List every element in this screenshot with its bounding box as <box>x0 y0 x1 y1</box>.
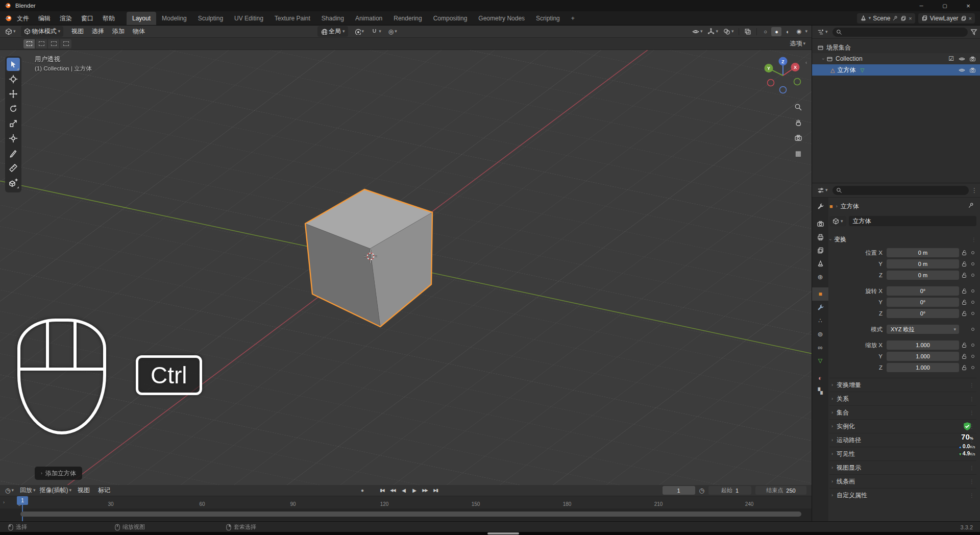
tool-scale[interactable] <box>7 117 20 130</box>
sidebar-collapse-arrow[interactable]: › <box>802 56 810 68</box>
tab-scene[interactable] <box>812 257 828 270</box>
tool-measure[interactable] <box>7 161 20 175</box>
auto-keying-button[interactable]: ● <box>357 486 367 495</box>
animate-dot[interactable] <box>969 251 976 254</box>
pan-tool-button[interactable] <box>792 116 804 129</box>
animate-dot[interactable] <box>969 344 976 347</box>
editor-type-button[interactable]: ▾ <box>3 28 18 35</box>
select-mode-subtract-button[interactable] <box>48 39 59 48</box>
workspace-tab-uv-editing[interactable]: UV Editing <box>229 12 269 25</box>
play-reverse-button[interactable]: ◀ <box>399 486 408 495</box>
tab-texture[interactable]: ▚ <box>812 384 828 398</box>
animate-dot[interactable] <box>969 289 976 293</box>
gizmo-x-neg-axis[interactable] <box>768 80 774 86</box>
transform-orientation-selector[interactable]: 全局 ▾ <box>317 26 348 37</box>
zoom-tool-button[interactable] <box>792 101 804 113</box>
tab-output[interactable] <box>812 230 828 244</box>
viewport-menu-add[interactable]: 添加 <box>108 27 129 36</box>
camera-view-button[interactable] <box>792 132 804 144</box>
workspace-tab-shading[interactable]: Shading <box>316 12 350 25</box>
select-mode-intersect-button[interactable] <box>60 39 71 48</box>
workspace-tab-texture-paint[interactable]: Texture Paint <box>269 12 316 25</box>
timeline-editor-type-button[interactable]: ◷ ▾ <box>3 487 16 494</box>
exclude-checkbox[interactable]: ☑ <box>948 55 954 62</box>
tool-rotate[interactable] <box>7 102 20 115</box>
menu-edit[interactable]: 编辑 <box>34 11 55 26</box>
tool-select-box[interactable] <box>7 58 20 71</box>
tab-material[interactable]: ◐ <box>812 371 828 384</box>
properties-filter-icon[interactable]: ⋮ <box>971 187 977 194</box>
lock-icon[interactable] <box>959 250 969 256</box>
playback-menu[interactable]: 回放 ▾ <box>18 486 38 495</box>
menu-window[interactable]: 窗口 <box>77 11 98 26</box>
section-relations[interactable]: ›关系⋮ <box>829 392 976 405</box>
pivot-point-button[interactable]: ▾ <box>352 28 366 35</box>
animate-dot[interactable] <box>969 355 976 358</box>
tab-object-data[interactable]: ▽ <box>812 354 828 367</box>
select-mode-extend-button[interactable] <box>36 39 47 48</box>
animate-dot[interactable] <box>969 262 976 265</box>
object-name-field[interactable]: 立方体 <box>849 216 976 226</box>
lock-icon[interactable] <box>959 299 969 305</box>
gizmos-button[interactable]: ▾ <box>705 28 720 35</box>
lock-icon[interactable] <box>959 310 969 317</box>
previous-keyframe-button[interactable]: ◀◀ <box>388 486 398 495</box>
remove-view-layer-icon[interactable]: × <box>969 15 972 21</box>
viewport-menu-view[interactable]: 视图 <box>67 27 88 36</box>
scale-z-field[interactable]: 1.000 <box>887 363 959 372</box>
outliner-row-cube[interactable]: △ 立方体 ▽ <box>812 64 980 76</box>
timeline-ruler[interactable]: › 0 30 60 90 120 150 180 210 240 <box>0 496 812 508</box>
menu-file[interactable]: 文件 <box>12 11 34 26</box>
gizmo-z-neg-axis[interactable] <box>780 87 787 93</box>
timeline-marker-menu[interactable]: 标记 <box>94 486 114 495</box>
section-visibility[interactable]: ›可见性⋮ <box>829 447 976 460</box>
transform-panel-header[interactable]: › 变换 ⋮ <box>829 233 976 246</box>
rotation-y-field[interactable]: 0° <box>887 298 959 307</box>
tool-annotate[interactable] <box>7 147 20 160</box>
shading-rendered-button[interactable]: ◉ <box>794 27 804 36</box>
disable-render-icon[interactable] <box>969 56 976 62</box>
tab-particles[interactable]: ∴ <box>812 314 828 327</box>
viewport-menu-object[interactable]: 物体 <box>129 27 149 36</box>
hide-eye-icon[interactable] <box>959 67 965 74</box>
proportional-editing-button[interactable]: ◎ ▾ <box>386 28 399 35</box>
shading-material-button[interactable]: ◐ <box>782 27 793 36</box>
pin-icon[interactable] <box>892 15 898 21</box>
animate-dot[interactable] <box>969 366 976 369</box>
hide-eye-icon[interactable] <box>959 56 965 62</box>
tab-modifiers[interactable] <box>812 301 828 314</box>
viewport-menu-select[interactable]: 选择 <box>88 27 108 36</box>
navigation-gizmo[interactable]: Z X Y <box>762 54 804 97</box>
overlays-button[interactable]: ▾ <box>721 28 736 35</box>
tab-view-layer[interactable] <box>812 244 828 257</box>
tab-render[interactable] <box>812 217 828 230</box>
close-button[interactable]: × <box>957 0 980 11</box>
rotation-x-field[interactable]: 0° <box>887 286 959 296</box>
location-z-field[interactable]: 0 m <box>887 271 959 280</box>
workspace-tab-rendering[interactable]: Rendering <box>388 12 427 25</box>
lock-icon[interactable] <box>959 288 969 294</box>
section-line-art[interactable]: ›线条画⋮ <box>829 474 976 488</box>
rotation-z-field[interactable]: 0° <box>887 309 959 318</box>
tool-cursor[interactable] <box>7 72 20 86</box>
xray-toggle[interactable] <box>742 28 753 35</box>
workspace-tab-modeling[interactable]: Modeling <box>156 12 192 25</box>
tab-constraints[interactable]: ∞ <box>812 341 828 354</box>
disable-render-icon[interactable] <box>969 67 976 74</box>
workspace-tab-layout[interactable]: Layout <box>127 12 156 25</box>
viewport-canvas[interactable]: 用户透视 (1) Collection | 立方体 Z X Y <box>0 50 812 485</box>
workspace-tab-sculpting[interactable]: Sculpting <box>192 12 229 25</box>
shading-wireframe-button[interactable]: ○ <box>760 27 770 36</box>
play-button[interactable]: ▶ <box>409 486 419 495</box>
tool-add-cube[interactable] <box>7 176 20 189</box>
outliner-search-input[interactable] <box>832 28 968 37</box>
add-workspace-button[interactable]: + <box>566 12 580 25</box>
keying-menu[interactable]: 抠像(插帧) ▾ <box>38 486 74 495</box>
lock-icon[interactable] <box>959 272 969 278</box>
filter-icon[interactable] <box>970 29 977 36</box>
tab-object[interactable]: ■ <box>812 287 828 301</box>
shading-solid-button[interactable]: ● <box>771 27 781 36</box>
animate-dot[interactable] <box>969 328 976 331</box>
view-layer-selector[interactable]: ViewLayer × <box>918 13 975 23</box>
gizmo-y-neg-axis[interactable] <box>794 79 801 85</box>
